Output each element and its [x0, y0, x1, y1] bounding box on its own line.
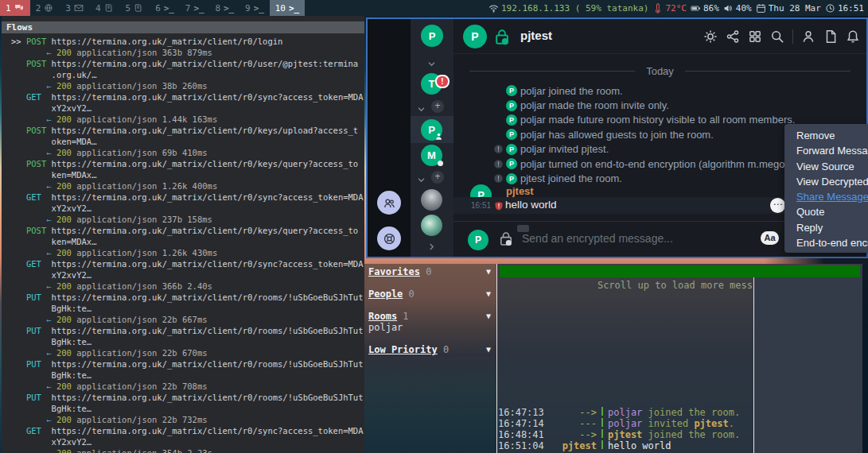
- buffer-section-people[interactable]: People 0▼: [364, 288, 496, 300]
- workspace-button-3[interactable]: 3: [60, 0, 90, 16]
- room-header-avatar[interactable]: P: [463, 25, 487, 48]
- workspace-button-6[interactable]: 6>_: [150, 0, 180, 16]
- info-icon: [493, 159, 506, 169]
- section-name: Favorites: [368, 266, 420, 277]
- room-avatar-image[interactable]: [421, 215, 442, 236]
- room-avatar-image[interactable]: [421, 189, 442, 211]
- flow-entry[interactable]: POST https://termina.org.uk/_matrix/clie…: [2, 125, 364, 158]
- flow-entry[interactable]: GET https://termina.org.uk/_matrix/clien…: [2, 91, 364, 125]
- flow-list: >> POST https://termina.org.uk/_matrix/c…: [2, 36, 364, 453]
- collapse-arrow-icon[interactable]: ▼: [486, 288, 491, 300]
- message-context-menu: RemoveForward MessageView SourceView Dec…: [784, 124, 868, 253]
- workspace-number: 3: [65, 3, 71, 14]
- room-name: pjtest: [520, 29, 552, 42]
- chevron-down-icon[interactable]: [417, 173, 426, 188]
- flow-entry[interactable]: PUT https://termina.org.uk/_matrix/clien…: [2, 292, 364, 325]
- flow-entry[interactable]: >> POST https://termina.org.uk/_matrix/c…: [2, 36, 364, 58]
- workspace-button-9[interactable]: 9>_: [239, 0, 270, 16]
- composer-avatar: P: [468, 230, 488, 250]
- collapse-arrow-icon[interactable]: ▼: [486, 266, 491, 277]
- menu-item-quote[interactable]: Quote: [784, 204, 868, 219]
- buffer-section-rooms[interactable]: Rooms 1▼: [364, 311, 496, 322]
- chat-icon: [14, 3, 25, 14]
- flow-entry[interactable]: GET https://termina.org.uk/_matrix/clien…: [2, 425, 364, 453]
- prefix-separator: [601, 440, 603, 449]
- user-avatar[interactable]: P: [421, 25, 443, 47]
- workspace-number: 9: [245, 3, 251, 14]
- date-divider-label: Today: [646, 65, 674, 77]
- workspace-button-1[interactable]: 1: [0, 0, 30, 16]
- status-text: 72°C: [665, 3, 687, 14]
- workspace-button-4[interactable]: 4: [90, 0, 120, 16]
- format-button[interactable]: Aa: [761, 231, 779, 245]
- notifications-icon[interactable]: [846, 29, 860, 44]
- settings-icon[interactable]: [703, 29, 718, 44]
- apps-grid-icon[interactable]: [748, 29, 762, 44]
- menu-item-share-message[interactable]: Share Message: [784, 189, 868, 204]
- flows-tab[interactable]: Flows: [2, 21, 364, 33]
- dm-person-badge: [434, 130, 443, 144]
- encrypted-lock-icon: [493, 28, 511, 49]
- chevron-right-icon[interactable]: [427, 240, 436, 254]
- menu-item-remove[interactable]: Remove: [784, 128, 868, 143]
- line-prefix: ---: [544, 418, 597, 429]
- status-text: 86%: [703, 3, 719, 14]
- share-icon[interactable]: [726, 29, 740, 44]
- event-avatar: P: [506, 129, 517, 140]
- i3-status-bar: 123456>_7>_8>_9>_10>_ 192.168.1.133 ( 59…: [0, 0, 868, 16]
- chat-line: 16:51:04pjtesthello world: [498, 440, 740, 451]
- menu-item-view-decrypted-s[interactable]: View Decrypted S: [784, 174, 868, 189]
- flow-entry[interactable]: PUT https://termina.org.uk/_matrix/clien…: [2, 358, 364, 392]
- line-time: 16:48:41: [498, 429, 544, 440]
- terminal-icon: >_: [193, 3, 204, 14]
- workspace-number: 10: [275, 3, 286, 14]
- workspace-number: 7: [185, 3, 191, 14]
- files-icon[interactable]: [823, 29, 838, 44]
- line-segment: pjtest: [608, 429, 642, 440]
- flow-entry[interactable]: GET https://termina.org.uk/_matrix/clien…: [2, 258, 364, 292]
- buffer-section-favorites[interactable]: Favorites 0▼: [364, 266, 496, 277]
- workspace-button-8[interactable]: 8>_: [209, 0, 239, 16]
- line-segment: pjtest: [694, 418, 728, 429]
- menu-item-reply[interactable]: Reply: [784, 220, 868, 235]
- event-text: poljar joined the room.: [520, 85, 623, 97]
- menu-item-end-to-end-encry[interactable]: End-to-end encry: [784, 235, 868, 250]
- prefix-separator: [601, 407, 603, 416]
- add-room-button[interactable]: +: [431, 171, 444, 184]
- buffer-item-poljar[interactable]: poljar: [364, 322, 496, 333]
- event-avatar: P: [506, 144, 517, 155]
- status-item: 40%: [723, 3, 752, 14]
- add-room-button[interactable]: +: [431, 100, 444, 113]
- flow-entry[interactable]: PUT https://termina.org.uk/_matrix/clien…: [2, 392, 364, 425]
- flow-entry[interactable]: POST https://termina.org.uk/_matrix/clie…: [2, 225, 364, 258]
- battery-icon: [691, 3, 701, 14]
- flow-entry[interactable]: GET https://termina.org.uk/_matrix/clien…: [2, 192, 364, 225]
- chevron-down-icon[interactable]: [417, 103, 426, 117]
- workspace-button-7[interactable]: 7>_: [180, 0, 210, 16]
- flow-entry[interactable]: POST https://termina.org.uk/_matrix/clie…: [2, 158, 364, 192]
- menu-item-forward-message[interactable]: Forward Message: [784, 143, 868, 158]
- chat-log: 16:47:13-->poljar joined the room.16:47:…: [498, 407, 740, 451]
- workspace-button-5[interactable]: 5: [120, 0, 150, 16]
- flow-entry[interactable]: PUT https://termina.org.uk/_matrix/clien…: [2, 325, 364, 358]
- collapse-arrow-icon[interactable]: ▼: [486, 311, 491, 322]
- workspace-button-10[interactable]: 10>_: [270, 0, 305, 16]
- menu-item-view-source[interactable]: View Source: [784, 159, 868, 174]
- message-text: hello world: [505, 199, 557, 211]
- community-button[interactable]: [377, 191, 401, 215]
- help-button[interactable]: [377, 226, 401, 250]
- thermometer-icon: [652, 3, 663, 14]
- composer-input[interactable]: Send an encrypted message...: [522, 232, 673, 245]
- search-icon[interactable]: [770, 29, 784, 44]
- flow-entry[interactable]: POST https://termina.org.uk/_matrix/clie…: [2, 58, 364, 91]
- members-icon[interactable]: [801, 29, 815, 44]
- desktop: 123456>_7>_8>_9>_10>_ 192.168.1.133 ( 59…: [0, 0, 868, 453]
- collapse-arrow-icon[interactable]: ▼: [486, 344, 491, 355]
- workspace-number: 4: [95, 3, 101, 14]
- line-prefix: pjtest: [544, 440, 597, 451]
- buffer-section-low-priority[interactable]: Low Priority 0▼: [364, 344, 496, 355]
- markdown-indicator[interactable]: [517, 225, 529, 232]
- chevron-down-icon[interactable]: [427, 57, 436, 72]
- workspace-button-2[interactable]: 2: [30, 0, 60, 16]
- message-options-button[interactable]: ⋯: [770, 198, 785, 213]
